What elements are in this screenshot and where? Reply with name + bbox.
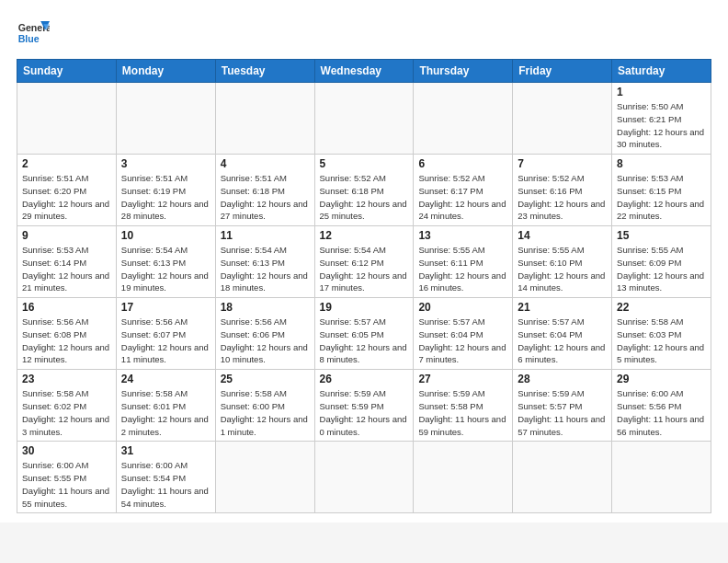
calendar-day-cell: 14Sunrise: 5:55 AM Sunset: 6:10 PM Dayli… bbox=[513, 226, 612, 298]
weekday-header-thursday: Thursday bbox=[414, 60, 513, 83]
day-number: 1 bbox=[617, 86, 706, 98]
day-info: Sunrise: 5:54 AM Sunset: 6:12 PM Dayligh… bbox=[320, 244, 409, 294]
day-info: Sunrise: 5:57 AM Sunset: 6:04 PM Dayligh… bbox=[518, 316, 607, 366]
calendar-day-cell bbox=[513, 442, 612, 513]
calendar-day-cell: 21Sunrise: 5:57 AM Sunset: 6:04 PM Dayli… bbox=[513, 298, 612, 370]
day-info: Sunrise: 5:52 AM Sunset: 6:16 PM Dayligh… bbox=[518, 172, 607, 223]
day-info: Sunrise: 5:54 AM Sunset: 6:13 PM Dayligh… bbox=[221, 244, 310, 294]
day-number: 15 bbox=[617, 229, 706, 242]
calendar-day-cell bbox=[414, 83, 513, 155]
day-info: Sunrise: 5:59 AM Sunset: 5:59 PM Dayligh… bbox=[320, 387, 409, 438]
day-info: Sunrise: 5:58 AM Sunset: 6:01 PM Dayligh… bbox=[121, 387, 210, 438]
calendar-day-cell: 17Sunrise: 5:56 AM Sunset: 6:07 PM Dayli… bbox=[116, 298, 215, 370]
day-number: 12 bbox=[320, 229, 409, 242]
day-number: 30 bbox=[22, 444, 111, 457]
day-info: Sunrise: 5:58 AM Sunset: 6:00 PM Dayligh… bbox=[221, 387, 310, 438]
calendar-day-cell: 18Sunrise: 5:56 AM Sunset: 6:06 PM Dayli… bbox=[215, 298, 314, 370]
day-info: Sunrise: 5:56 AM Sunset: 6:08 PM Dayligh… bbox=[22, 316, 111, 366]
day-number: 13 bbox=[418, 229, 507, 242]
calendar-day-cell: 19Sunrise: 5:57 AM Sunset: 6:05 PM Dayli… bbox=[314, 298, 414, 370]
day-info: Sunrise: 6:00 AM Sunset: 5:55 PM Dayligh… bbox=[22, 459, 111, 510]
logo: General Blue bbox=[17, 17, 50, 50]
calendar-day-cell bbox=[314, 83, 414, 155]
day-info: Sunrise: 5:57 AM Sunset: 6:04 PM Dayligh… bbox=[418, 316, 507, 366]
calendar-day-cell: 27Sunrise: 5:59 AM Sunset: 5:58 PM Dayli… bbox=[414, 370, 513, 442]
calendar-day-cell: 12Sunrise: 5:54 AM Sunset: 6:12 PM Dayli… bbox=[314, 226, 414, 298]
day-info: Sunrise: 6:00 AM Sunset: 5:54 PM Dayligh… bbox=[121, 459, 210, 510]
day-number: 6 bbox=[418, 157, 507, 170]
calendar-week-row: 16Sunrise: 5:56 AM Sunset: 6:08 PM Dayli… bbox=[17, 298, 711, 370]
day-number: 2 bbox=[22, 157, 111, 170]
day-info: Sunrise: 5:56 AM Sunset: 6:07 PM Dayligh… bbox=[121, 316, 210, 366]
calendar-day-cell bbox=[215, 83, 314, 155]
weekday-header-saturday: Saturday bbox=[612, 60, 711, 83]
calendar-day-cell: 7Sunrise: 5:52 AM Sunset: 6:16 PM Daylig… bbox=[513, 155, 612, 226]
day-number: 9 bbox=[22, 229, 111, 242]
day-number: 8 bbox=[617, 157, 706, 170]
calendar-day-cell: 4Sunrise: 5:51 AM Sunset: 6:18 PM Daylig… bbox=[215, 155, 314, 226]
calendar-day-cell: 26Sunrise: 5:59 AM Sunset: 5:59 PM Dayli… bbox=[314, 370, 414, 442]
day-number: 18 bbox=[221, 301, 310, 314]
calendar-day-cell: 3Sunrise: 5:51 AM Sunset: 6:19 PM Daylig… bbox=[116, 155, 215, 226]
day-number: 16 bbox=[22, 301, 111, 314]
day-info: Sunrise: 5:55 AM Sunset: 6:11 PM Dayligh… bbox=[418, 244, 507, 294]
day-info: Sunrise: 5:59 AM Sunset: 5:58 PM Dayligh… bbox=[418, 387, 507, 438]
day-info: Sunrise: 5:58 AM Sunset: 6:03 PM Dayligh… bbox=[617, 316, 706, 366]
day-info: Sunrise: 5:53 AM Sunset: 6:15 PM Dayligh… bbox=[617, 172, 706, 223]
day-number: 27 bbox=[418, 373, 507, 385]
day-info: Sunrise: 5:56 AM Sunset: 6:06 PM Dayligh… bbox=[221, 316, 310, 366]
day-info: Sunrise: 5:50 AM Sunset: 6:21 PM Dayligh… bbox=[617, 100, 706, 151]
day-info: Sunrise: 5:57 AM Sunset: 6:05 PM Dayligh… bbox=[320, 316, 409, 366]
calendar-week-row: 9Sunrise: 5:53 AM Sunset: 6:14 PM Daylig… bbox=[17, 226, 711, 298]
weekday-header-wednesday: Wednesday bbox=[314, 60, 414, 83]
day-number: 23 bbox=[22, 373, 111, 385]
calendar-day-cell: 9Sunrise: 5:53 AM Sunset: 6:14 PM Daylig… bbox=[17, 226, 117, 298]
generalblue-logo-icon: General Blue bbox=[17, 17, 50, 50]
day-info: Sunrise: 5:55 AM Sunset: 6:09 PM Dayligh… bbox=[617, 244, 706, 294]
day-number: 14 bbox=[518, 229, 607, 242]
day-number: 29 bbox=[617, 373, 706, 385]
weekday-header-row: SundayMondayTuesdayWednesdayThursdayFrid… bbox=[17, 60, 711, 83]
calendar-day-cell bbox=[414, 442, 513, 513]
day-number: 25 bbox=[221, 373, 310, 385]
weekday-header-tuesday: Tuesday bbox=[215, 60, 314, 83]
day-info: Sunrise: 5:51 AM Sunset: 6:19 PM Dayligh… bbox=[121, 172, 210, 223]
day-number: 19 bbox=[320, 301, 409, 314]
day-number: 26 bbox=[320, 373, 409, 385]
calendar-day-cell: 31Sunrise: 6:00 AM Sunset: 5:54 PM Dayli… bbox=[116, 442, 215, 513]
calendar-week-row: 30Sunrise: 6:00 AM Sunset: 5:55 PM Dayli… bbox=[17, 442, 711, 513]
weekday-header-friday: Friday bbox=[513, 60, 612, 83]
calendar-day-cell bbox=[215, 442, 314, 513]
calendar-week-row: 1Sunrise: 5:50 AM Sunset: 6:21 PM Daylig… bbox=[17, 83, 711, 155]
day-number: 28 bbox=[518, 373, 607, 385]
calendar-day-cell: 22Sunrise: 5:58 AM Sunset: 6:03 PM Dayli… bbox=[612, 298, 711, 370]
day-info: Sunrise: 5:54 AM Sunset: 6:13 PM Dayligh… bbox=[121, 244, 210, 294]
day-number: 10 bbox=[121, 229, 210, 242]
calendar-day-cell: 15Sunrise: 5:55 AM Sunset: 6:09 PM Dayli… bbox=[612, 226, 711, 298]
day-info: Sunrise: 5:59 AM Sunset: 5:57 PM Dayligh… bbox=[518, 387, 607, 438]
calendar-day-cell: 23Sunrise: 5:58 AM Sunset: 6:02 PM Dayli… bbox=[17, 370, 117, 442]
day-number: 5 bbox=[320, 157, 409, 170]
day-info: Sunrise: 5:52 AM Sunset: 6:18 PM Dayligh… bbox=[320, 172, 409, 223]
calendar-day-cell: 30Sunrise: 6:00 AM Sunset: 5:55 PM Dayli… bbox=[17, 442, 117, 513]
calendar-day-cell: 11Sunrise: 5:54 AM Sunset: 6:13 PM Dayli… bbox=[215, 226, 314, 298]
calendar-day-cell bbox=[314, 442, 414, 513]
calendar-day-cell: 25Sunrise: 5:58 AM Sunset: 6:00 PM Dayli… bbox=[215, 370, 314, 442]
calendar-day-cell: 13Sunrise: 5:55 AM Sunset: 6:11 PM Dayli… bbox=[414, 226, 513, 298]
calendar-day-cell: 5Sunrise: 5:52 AM Sunset: 6:18 PM Daylig… bbox=[314, 155, 414, 226]
calendar-day-cell: 24Sunrise: 5:58 AM Sunset: 6:01 PM Dayli… bbox=[116, 370, 215, 442]
day-number: 31 bbox=[121, 444, 210, 457]
day-info: Sunrise: 5:51 AM Sunset: 6:18 PM Dayligh… bbox=[221, 172, 310, 223]
weekday-header-monday: Monday bbox=[116, 60, 215, 83]
calendar-day-cell: 8Sunrise: 5:53 AM Sunset: 6:15 PM Daylig… bbox=[612, 155, 711, 226]
day-number: 17 bbox=[121, 301, 210, 314]
day-number: 3 bbox=[121, 157, 210, 170]
weekday-header-sunday: Sunday bbox=[17, 60, 117, 83]
day-number: 21 bbox=[518, 301, 607, 314]
calendar-day-cell: 1Sunrise: 5:50 AM Sunset: 6:21 PM Daylig… bbox=[612, 83, 711, 155]
day-number: 24 bbox=[121, 373, 210, 385]
day-number: 20 bbox=[418, 301, 507, 314]
calendar-day-cell: 20Sunrise: 5:57 AM Sunset: 6:04 PM Dayli… bbox=[414, 298, 513, 370]
day-number: 22 bbox=[617, 301, 706, 314]
calendar-day-cell: 28Sunrise: 5:59 AM Sunset: 5:57 PM Dayli… bbox=[513, 370, 612, 442]
